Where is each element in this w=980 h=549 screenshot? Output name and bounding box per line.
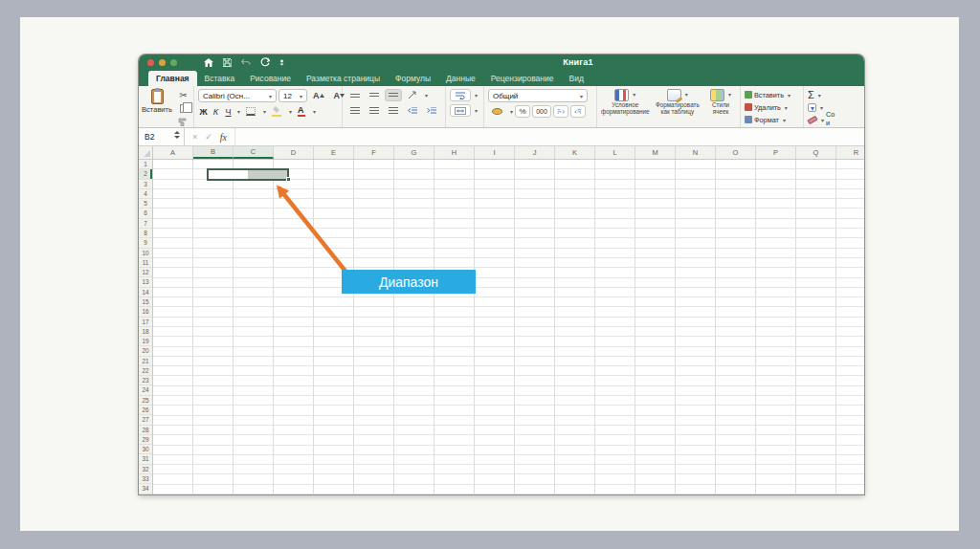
- tab-risovanie[interactable]: Рисование: [242, 71, 299, 86]
- column-header-J[interactable]: J: [515, 146, 555, 159]
- font-name-select[interactable]: Calibri (Осн... ▾: [198, 89, 277, 102]
- delete-cells-button[interactable]: Удалить ▾: [745, 101, 791, 113]
- tab-razmetka-stranicy[interactable]: Разметка страницы: [299, 71, 388, 86]
- format-as-table-button[interactable]: ▾ Форматировать как таблицу: [653, 89, 703, 116]
- cell-grid[interactable]: [153, 160, 864, 494]
- row-header-9[interactable]: 9: [139, 238, 152, 248]
- select-all-corner[interactable]: [139, 146, 153, 160]
- percent-button[interactable]: %: [515, 105, 530, 118]
- column-header-A[interactable]: A: [153, 146, 193, 159]
- row-header-30[interactable]: 30: [139, 445, 152, 454]
- increase-indent-button[interactable]: [423, 104, 440, 117]
- cancel-icon[interactable]: ×: [192, 132, 197, 142]
- row-header-23[interactable]: 23: [139, 376, 152, 385]
- row-header-29[interactable]: 29: [139, 435, 152, 445]
- column-header-N[interactable]: N: [676, 146, 716, 159]
- tab-dannye[interactable]: Данные: [438, 71, 483, 86]
- column-header-B[interactable]: B: [193, 146, 234, 159]
- row-header-15[interactable]: 15: [139, 297, 152, 307]
- row-header-24[interactable]: 24: [139, 385, 152, 395]
- column-header-Q[interactable]: Q: [796, 146, 836, 159]
- row-header-22[interactable]: 22: [139, 366, 152, 376]
- clear-button[interactable]: ▾ Сои: [808, 114, 835, 125]
- tab-formuly[interactable]: Формулы: [388, 71, 438, 86]
- tab-vstavka[interactable]: Вставка: [197, 71, 243, 86]
- row-header-32[interactable]: 32: [139, 465, 152, 474]
- fill-color-button[interactable]: [268, 105, 285, 118]
- bold-button[interactable]: Ж: [198, 105, 209, 118]
- column-header-C[interactable]: C: [234, 146, 274, 159]
- row-header-13[interactable]: 13: [139, 277, 152, 287]
- column-header-R[interactable]: R: [836, 146, 864, 159]
- paste-button[interactable]: Вставить: [143, 89, 171, 114]
- callout-range-label[interactable]: Диапазон: [342, 270, 476, 294]
- italic-button[interactable]: К: [211, 105, 221, 118]
- row-header-12[interactable]: 12: [139, 268, 152, 277]
- font-color-button[interactable]: A: [294, 105, 309, 118]
- row-header-1[interactable]: 1: [139, 160, 152, 169]
- conditional-formatting-button[interactable]: ▾ Условное форматирование: [601, 89, 650, 116]
- row-header-7[interactable]: 7: [139, 219, 152, 229]
- wrap-text-button[interactable]: [450, 89, 471, 101]
- row-header-14[interactable]: 14: [139, 288, 152, 297]
- row-header-2[interactable]: 2: [139, 169, 152, 179]
- row-header-8[interactable]: 8: [139, 229, 152, 238]
- row-header-27[interactable]: 27: [139, 415, 152, 425]
- copy-icon[interactable]: [174, 102, 192, 115]
- formula-input[interactable]: [235, 128, 864, 145]
- column-header-D[interactable]: D: [274, 146, 314, 159]
- row-header-3[interactable]: 3: [139, 180, 152, 189]
- decrease-decimal-button[interactable]: [570, 105, 586, 118]
- tab-recenzirovanie[interactable]: Рецензирование: [483, 71, 562, 86]
- row-header-31[interactable]: 31: [139, 454, 152, 464]
- column-header-M[interactable]: M: [635, 146, 676, 159]
- column-header-K[interactable]: K: [555, 146, 595, 159]
- row-header-34[interactable]: 34: [139, 484, 152, 494]
- row-header-26[interactable]: 26: [139, 406, 152, 415]
- grow-font-button[interactable]: A: [309, 90, 328, 102]
- row-header-21[interactable]: 21: [139, 357, 152, 366]
- column-header-P[interactable]: P: [756, 146, 796, 159]
- increase-decimal-button[interactable]: [553, 105, 568, 118]
- borders-button[interactable]: [242, 105, 259, 118]
- cell-styles-button[interactable]: ▾ Стили ячеек: [705, 89, 736, 116]
- font-size-select[interactable]: 12 ▾: [278, 89, 307, 102]
- row-header-5[interactable]: 5: [139, 199, 152, 209]
- row-header-4[interactable]: 4: [139, 189, 152, 199]
- align-top-button[interactable]: [346, 89, 364, 101]
- row-header-16[interactable]: 16: [139, 307, 152, 317]
- row-header-33[interactable]: 33: [139, 474, 152, 484]
- autosum-button[interactable]: Σ ▾: [808, 89, 835, 100]
- row-header-25[interactable]: 25: [139, 396, 152, 406]
- name-box-stepper[interactable]: [174, 131, 180, 139]
- number-format-select[interactable]: Общий ▾: [488, 89, 588, 102]
- fill-handle[interactable]: [286, 177, 291, 182]
- comma-style-button[interactable]: 000: [532, 105, 551, 118]
- row-header-6[interactable]: 6: [139, 209, 152, 218]
- row-header-28[interactable]: 28: [139, 426, 152, 435]
- column-header-O[interactable]: O: [716, 146, 756, 159]
- format-cells-button[interactable]: Формат ▾: [745, 114, 791, 125]
- column-header-F[interactable]: F: [354, 146, 394, 159]
- row-header-17[interactable]: 17: [139, 318, 152, 327]
- underline-button[interactable]: Ч: [223, 105, 234, 118]
- enter-icon[interactable]: ✓: [205, 132, 212, 142]
- column-header-E[interactable]: E: [314, 146, 354, 159]
- format-painter-icon[interactable]: [174, 116, 192, 128]
- currency-button[interactable]: [488, 105, 506, 118]
- align-middle-button[interactable]: [366, 89, 383, 101]
- column-header-H[interactable]: H: [434, 146, 475, 159]
- decrease-indent-button[interactable]: [404, 104, 421, 117]
- align-right-button[interactable]: [385, 104, 402, 117]
- row-header-10[interactable]: 10: [139, 249, 152, 258]
- row-header-18[interactable]: 18: [139, 327, 152, 337]
- row-header-11[interactable]: 11: [139, 258, 152, 268]
- row-header-19[interactable]: 19: [139, 337, 152, 346]
- orientation-button[interactable]: [404, 89, 421, 101]
- merge-center-button[interactable]: [450, 104, 471, 117]
- align-bottom-button[interactable]: [385, 89, 402, 101]
- align-left-button[interactable]: [346, 104, 364, 117]
- insert-function-icon[interactable]: fx: [220, 132, 227, 143]
- tab-glavnaya[interactable]: Главная: [148, 71, 197, 86]
- column-header-L[interactable]: L: [595, 146, 635, 159]
